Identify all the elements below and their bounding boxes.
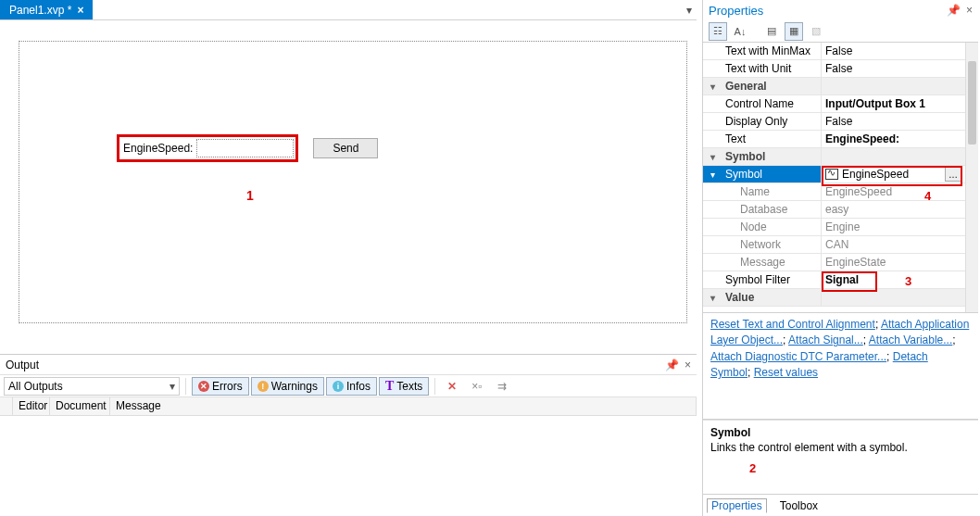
panel-canvas[interactable]: EngineSpeed: Send 1 bbox=[19, 41, 687, 323]
description-title: Symbol bbox=[710, 426, 971, 439]
error-icon: ✕ bbox=[198, 381, 209, 392]
col-document[interactable]: Document bbox=[50, 397, 110, 415]
close-icon[interactable]: × bbox=[77, 4, 83, 17]
prop-row-text[interactable]: Text EngineSpeed: bbox=[703, 131, 965, 148]
col-message[interactable]: Message bbox=[110, 397, 697, 415]
warning-icon: ! bbox=[258, 381, 269, 392]
chevron-down-icon: ▾ bbox=[170, 380, 175, 393]
properties-scrollbar[interactable] bbox=[965, 43, 978, 312]
scrollbar-thumb[interactable] bbox=[968, 61, 976, 145]
toolbar-action-1[interactable]: ×▫ bbox=[465, 377, 488, 396]
action-icon: ×▫ bbox=[471, 380, 482, 393]
collapse-icon[interactable]: ▾ bbox=[703, 166, 722, 182]
output-grid-header: Editor Document Message bbox=[0, 397, 697, 416]
clear-button[interactable]: ✕ bbox=[441, 377, 463, 396]
link-attach-signal[interactable]: Attach Signal... bbox=[788, 334, 863, 346]
output-grid-body bbox=[0, 416, 697, 516]
document-tab-bar: Panel1.xvp * × ▾ bbox=[0, 0, 697, 20]
alphabetical-button[interactable]: A↓ bbox=[731, 22, 749, 41]
properties-pane: Properties 📌 × ☷ A↓ ▤ ▦ ▧ Text with MinM… bbox=[702, 0, 978, 516]
prop-row-symbol-filter[interactable]: Symbol Filter Signal bbox=[703, 271, 965, 289]
link-attach-variable[interactable]: Attach Variable... bbox=[869, 334, 953, 346]
prop-row-display-only[interactable]: Display Only False bbox=[703, 113, 965, 131]
collapse-icon[interactable]: ▾ bbox=[703, 78, 722, 94]
io-box-label: EngineSpeed: bbox=[121, 140, 195, 157]
property-links: Reset Text and Control Alignment; Attach… bbox=[703, 313, 978, 420]
link-reset-values[interactable]: Reset values bbox=[754, 366, 818, 379]
annotation-2: 2 bbox=[749, 461, 980, 475]
annotation-1: 1 bbox=[246, 188, 254, 203]
output-title: Output bbox=[6, 359, 39, 371]
property-description: Symbol Links the control element with a … bbox=[703, 420, 978, 494]
browse-button[interactable]: … bbox=[945, 167, 961, 182]
errors-toggle[interactable]: ✕ Errors bbox=[192, 377, 249, 396]
link-attach-dtc[interactable]: Attach Diagnostic DTC Parameter... bbox=[710, 350, 886, 363]
collapse-icon[interactable]: ▾ bbox=[703, 289, 722, 306]
infos-toggle[interactable]: i Infos bbox=[326, 377, 377, 396]
property-grid: Text with MinMax False Text with Unit Fa… bbox=[703, 43, 965, 307]
prop-row-symbol[interactable]: ▾ Symbol EngineSpeed … bbox=[703, 166, 965, 183]
texts-toggle[interactable]: T Texts bbox=[379, 377, 429, 396]
io-box-input[interactable] bbox=[196, 139, 294, 157]
signal-icon bbox=[825, 169, 838, 180]
output-pane: Output 📌 × All Outputs ▾ ✕ Errors ! Warn… bbox=[0, 354, 697, 516]
toolbar-action-2[interactable]: ⇉ bbox=[491, 377, 513, 396]
prop-row-symbol-database: Database easy bbox=[703, 201, 965, 219]
design-surface: EngineSpeed: Send 1 bbox=[0, 20, 697, 354]
categorized-button[interactable]: ☷ bbox=[709, 22, 727, 41]
output-filter-combo[interactable]: All Outputs ▾ bbox=[4, 377, 180, 396]
tab-menu-dropdown[interactable]: ▾ bbox=[682, 0, 697, 19]
prop-pages-button-2[interactable]: ▦ bbox=[785, 22, 803, 41]
info-icon: i bbox=[333, 381, 344, 392]
properties-title: Properties bbox=[709, 4, 763, 18]
prop-row-text-minmax[interactable]: Text with MinMax False bbox=[703, 43, 965, 60]
prop-pages-button-3[interactable]: ▧ bbox=[807, 22, 825, 41]
close-icon[interactable]: × bbox=[685, 359, 691, 371]
prop-row-symbol-name: Name EngineSpeed bbox=[703, 183, 965, 201]
tab-properties[interactable]: Properties bbox=[707, 498, 767, 513]
prop-pages-button[interactable]: ▤ bbox=[762, 22, 781, 41]
close-icon[interactable]: × bbox=[966, 4, 973, 17]
action-icon: ⇉ bbox=[497, 380, 507, 393]
prop-row-symbol-node: Node Engine bbox=[703, 219, 965, 236]
tab-toolbox[interactable]: Toolbox bbox=[773, 497, 825, 514]
prop-row-symbol-network: Network CAN bbox=[703, 236, 965, 254]
collapse-icon[interactable]: ▾ bbox=[703, 148, 722, 165]
delete-icon: ✕ bbox=[447, 380, 457, 393]
prop-category-value[interactable]: ▾ Value bbox=[703, 289, 965, 307]
output-filter-label: All Outputs bbox=[8, 380, 63, 393]
warnings-toggle[interactable]: ! Warnings bbox=[251, 377, 324, 396]
link-reset-alignment[interactable]: Reset Text and Control Alignment bbox=[710, 318, 875, 331]
prop-category-symbol[interactable]: ▾ Symbol bbox=[703, 148, 965, 166]
col-editor[interactable]: Editor bbox=[13, 397, 50, 415]
document-tab-label: Panel1.xvp * bbox=[9, 4, 71, 17]
pin-icon[interactable]: 📌 bbox=[947, 4, 961, 17]
properties-toolbar: ☷ A↓ ▤ ▦ ▧ bbox=[703, 20, 978, 43]
prop-row-text-unit[interactable]: Text with Unit False bbox=[703, 60, 965, 78]
annotation-box-1: EngineSpeed: bbox=[117, 134, 298, 162]
pane-tabs: Properties Toolbox bbox=[703, 494, 978, 516]
prop-category-general[interactable]: ▾ General bbox=[703, 78, 965, 95]
send-button[interactable]: Send bbox=[313, 138, 378, 158]
text-icon: T bbox=[385, 379, 394, 394]
description-text: Links the control element with a symbol. bbox=[710, 441, 971, 454]
prop-row-symbol-message: Message EngineState bbox=[703, 254, 965, 271]
pin-icon[interactable]: 📌 bbox=[665, 359, 679, 371]
document-tab[interactable]: Panel1.xvp * × bbox=[0, 0, 93, 19]
prop-row-control-name[interactable]: Control Name Input/Output Box 1 bbox=[703, 95, 965, 113]
